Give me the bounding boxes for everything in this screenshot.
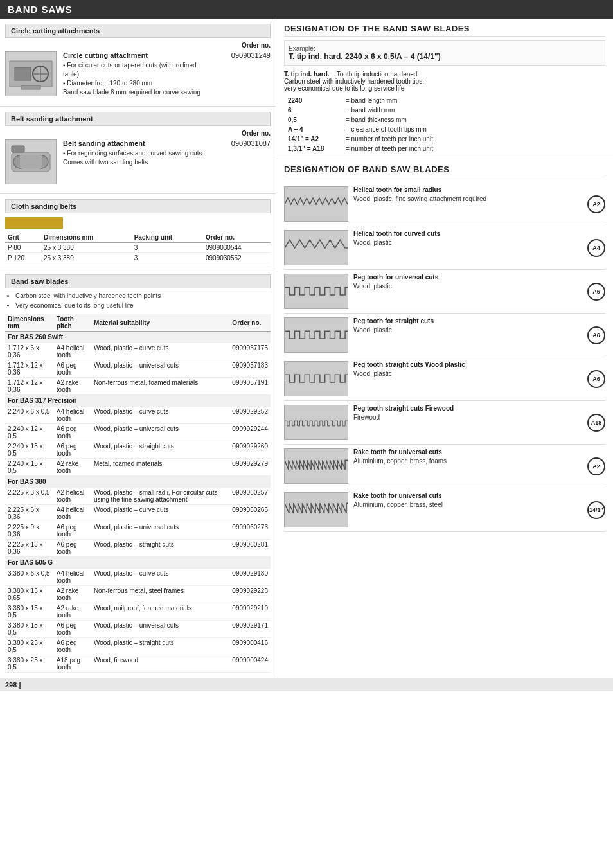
blade-table-row: 2.225 x 13 x 0,36A6 peg toothWood, plast…	[5, 540, 271, 557]
belt-section: Belt sanding attachment Order no. Belt s	[0, 107, 276, 194]
blade-table-row: 3.380 x 6 x 0,5A4 helical toothWood, pla…	[5, 569, 271, 586]
blade-type-row: Rake tooth for universal cutsAluminium, …	[284, 445, 605, 488]
blade-table-row: 1.712 x 12 x 0,36A6 peg toothWood, plast…	[5, 360, 271, 378]
belt-order-label: Order no.	[242, 130, 271, 137]
belt-attachment-desc: ▪ For regrinding surfaces and curved saw…	[63, 149, 213, 167]
blade-table-row: 2.225 x 9 x 0,36A6 peg toothWood, plasti…	[5, 522, 271, 540]
cloth-col-grit: Grit	[5, 233, 41, 243]
svg-rect-13	[285, 276, 348, 307]
svg-rect-1	[15, 67, 31, 80]
blade-col-mat: Material suitability	[91, 314, 229, 332]
blade-type-info: Helical tooth for small radiusWood, plas…	[353, 186, 582, 222]
cloth-col-order: Order no.	[203, 233, 271, 243]
blade-type-info: Peg tooth straight cuts FirewoodFirewood	[353, 405, 582, 440]
blade-type-row: Peg tooth straight cuts FirewoodFirewood…	[284, 401, 605, 445]
blade-type-detail: Aluminium, copper, brass, foams	[353, 457, 582, 466]
belt-attachment-title: Belt sanding attachment	[63, 139, 213, 147]
belt-section-header: Belt sanding attachment	[5, 112, 271, 126]
blade-type-detail: Wood, plastic	[353, 282, 582, 291]
blade-type-name: Helical tooth for curved cuts	[353, 230, 582, 237]
blade-table-row: 3.380 x 25 x 0,5A6 peg toothWood, plasti…	[5, 638, 271, 655]
circle-section: Circle cutting attachments Order no.	[0, 19, 276, 107]
cloth-table: Grit Dimensions mm Packing unit Order no…	[5, 233, 271, 263]
blade-type-info: Rake tooth for universal cutsAluminium, …	[353, 492, 582, 527]
svg-rect-10	[12, 146, 24, 152]
circle-attachment-title: Circle cutting attachment	[63, 51, 213, 59]
blade-table-row: 3.380 x 13 x 0,65A2 rake toothNon-ferrou…	[5, 586, 271, 603]
blade-table-row: 2.225 x 6 x 0,36A4 helical toothWood, pl…	[5, 505, 271, 522]
blade-type-list: Helical tooth for small radiusWood, plas…	[284, 182, 605, 532]
designation-section: DESIGNATION OF THE BAND SAW BLADES Examp…	[276, 19, 613, 159]
blade-table-row: 3.380 x 15 x 0,5A6 peg toothWood, plasti…	[5, 621, 271, 638]
circle-attachment-row: Circle cutting attachment ▪ For circular…	[5, 51, 271, 97]
svg-rect-5	[21, 85, 40, 89]
blade-type-badge: A18	[587, 414, 605, 432]
blade-type-name: Helical tooth for small radius	[353, 186, 582, 193]
cloth-table-row: P 12025 x 3.38030909030552	[5, 253, 271, 263]
blade-type-info: Peg tooth for straight cutsWood, plastic	[353, 317, 582, 353]
svg-rect-12	[285, 232, 348, 263]
circle-order-label: Order no.	[242, 42, 271, 49]
circle-attachment-image	[5, 51, 57, 96]
band-saw-section: Band saw blades Carbon steel with induct…	[0, 269, 276, 678]
blade-table-row: 1.712 x 12 x 0,36A2 rake toothNon-ferrou…	[5, 378, 271, 395]
legend-row: 6= band width mm	[284, 105, 605, 115]
blade-table-row: 2.225 x 3 x 0,5A2 helical toothWood, pla…	[5, 488, 271, 505]
svg-rect-9	[20, 155, 42, 168]
belt-attachment-row: Belt sanding attachment ▪ For regrinding…	[5, 139, 271, 184]
blade-type-detail: Firewood	[353, 413, 582, 422]
blade-col-dim: Dimensions mm	[5, 314, 54, 332]
svg-rect-14	[285, 319, 348, 351]
circle-attachment-desc: ▪ For circular cuts or tapered cuts (wit…	[63, 61, 213, 97]
blade-type-image	[284, 317, 348, 353]
blade-type-info: Rake tooth for universal cutsAluminium, …	[353, 448, 582, 484]
right-column: DESIGNATION OF THE BAND SAW BLADES Examp…	[276, 19, 613, 678]
cloth-col-dim: Dimensions mm	[41, 233, 132, 243]
blade-type-row: Peg tooth for straight cutsWood, plastic…	[284, 314, 605, 357]
page-title: BAND SAWS	[8, 4, 73, 15]
band-saw-notes: Carbon steel with inductively hardened t…	[5, 291, 271, 310]
legend-row: A – 4= clearance of tooth tips mm	[284, 125, 605, 134]
page-footer: 298 |	[0, 678, 613, 691]
blade-type-image	[284, 448, 348, 484]
legend-row: 0,5= band thickness mm	[284, 115, 605, 125]
blade-type-image	[284, 230, 348, 265]
blade-type-row: Rake tooth for universal cutsAluminium, …	[284, 488, 605, 532]
blade-type-image	[284, 186, 348, 222]
blade-type-detail: Wood, plastic	[353, 369, 582, 378]
blade-type-badge: A4	[587, 239, 605, 257]
belt-attachment-image	[5, 139, 57, 184]
blade-col-order: Order no.	[229, 314, 271, 332]
svg-rect-17	[285, 450, 348, 482]
blade-type-detail: Wood, plastic	[353, 326, 582, 335]
blade-type-row: Helical tooth for curved cutsWood, plast…	[284, 226, 605, 270]
blade-table-row: 2.240 x 15 x 0,5A2 rake toothMetal, foam…	[5, 459, 271, 476]
blade-type-badge: A2	[587, 195, 605, 213]
blade-table-row: 3.380 x 25 x 0,5A18 peg toothWood, firew…	[5, 655, 271, 673]
svg-rect-16	[285, 407, 348, 438]
page-number: 298 |	[5, 681, 21, 689]
blade-col-tooth: Tooth pitch	[54, 314, 91, 332]
blade-type-image	[284, 274, 348, 309]
blade-type-detail: Aluminium, copper, brass, steel	[353, 500, 582, 509]
example-label: Example:	[289, 45, 601, 52]
blade-type-name: Rake tooth for universal cuts	[353, 448, 582, 456]
blade-type-name: Peg tooth straight cuts Wood plastic	[353, 361, 582, 368]
legend-row: 2240= band length mm	[284, 96, 605, 105]
blade-type-image	[284, 405, 348, 440]
blade-type-info: Helical tooth for curved cutsWood, plast…	[353, 230, 582, 265]
blade-table-row: 2.240 x 12 x 0,5A6 peg toothWood, plasti…	[5, 424, 271, 441]
blade-group-header: For BAS 260 Swift	[5, 332, 271, 343]
blade-type-name: Peg tooth for universal cuts	[353, 274, 582, 281]
blade-type-badge: A6	[587, 370, 605, 388]
svg-rect-18	[285, 494, 348, 526]
blade-type-info: Peg tooth straight cuts Wood plasticWood…	[353, 361, 582, 396]
blade-group-header: For BAS 380	[5, 476, 271, 488]
blade-type-detail: Wood, plastic	[353, 238, 582, 247]
cloth-section-header: Cloth sanding belts	[5, 199, 271, 213]
cloth-section: Cloth sanding belts Grit Dimensions mm P…	[0, 194, 276, 269]
legend-row: 14/1" = A2= number of teeth per inch uni…	[284, 134, 605, 144]
blade-desig-section: DESIGNATION OF BAND SAW BLADES Helical t…	[276, 159, 613, 537]
blade-type-badge: A2	[587, 457, 605, 475]
band-saw-header: Band saw blades	[5, 274, 271, 288]
